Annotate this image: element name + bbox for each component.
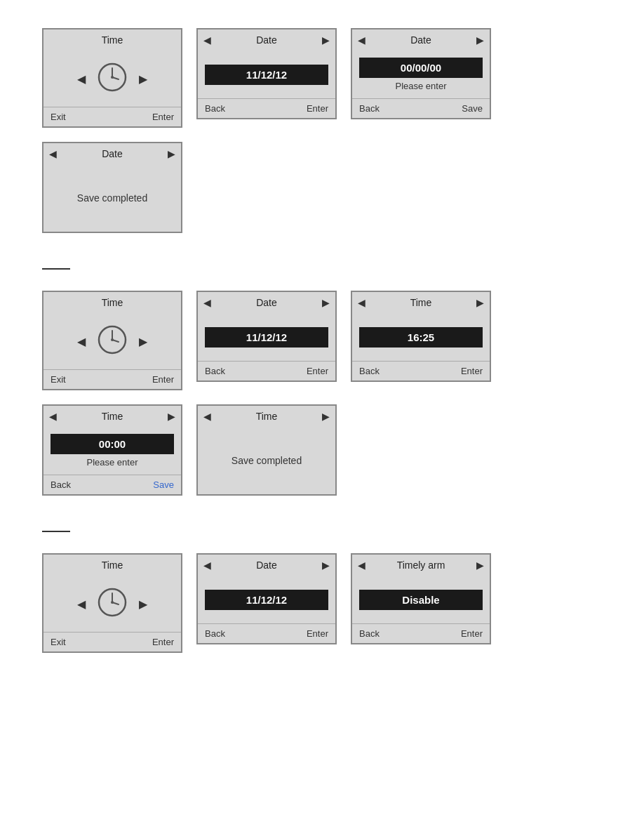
footer-left-btn[interactable]: Back [359,628,380,639]
clock-right-arrow[interactable]: ▶ [139,335,147,348]
header-title: Time [102,34,123,46]
footer-left-btn[interactable]: Exit [51,374,66,385]
screens-row-1-1: ◀ Time ▶ 00:00 Please enter Back Save ◀ … [42,404,602,496]
right-arrow[interactable]: ▶ [322,560,330,571]
left-arrow[interactable]: ◀ [203,560,211,571]
screen-header: ◀ Timely arm ▶ [352,555,490,576]
highlighted-value: 11/12/12 [205,590,328,610]
header-title: Time [256,411,278,422]
screen-s3r1c1: Time ◀ ▶ Exit Enter [42,553,182,653]
footer-left-btn[interactable]: Back [205,366,225,376]
screen-header: ◀ Date ▶ [43,143,181,164]
screen-footer: Back Enter [352,623,490,643]
screen-footer: Exit Enter [43,369,181,389]
footer-left-btn[interactable]: Exit [51,112,66,122]
left-arrow[interactable]: ◀ [358,560,365,571]
screen-body: 11/12/12 [198,576,335,623]
footer-right-btn[interactable]: Enter [152,374,174,385]
highlighted-value: 00:00 [51,434,174,454]
save-completed-text: Save completed [77,192,147,204]
footer-left-btn[interactable]: Back [359,366,380,376]
footer-left-btn[interactable]: Exit [51,637,66,647]
right-arrow[interactable]: ▶ [322,34,330,46]
right-arrow[interactable]: ▶ [168,148,175,159]
screen-footer: Back Save [352,98,490,118]
screen-footer: Back Enter [198,98,335,118]
screen-header: ◀ Date ▶ [198,555,335,576]
highlighted-value: 16:25 [359,327,483,348]
footer-left-btn[interactable]: Back [205,628,225,639]
screen-body: Disable [352,576,490,623]
clock-body: ◀ ▶ [43,313,181,369]
right-arrow[interactable]: ▶ [322,411,330,422]
left-arrow[interactable]: ◀ [358,297,365,308]
footer-right-btn[interactable]: Enter [152,112,174,122]
header-title: Date [256,34,277,46]
footer-right-btn[interactable]: Enter [307,103,328,114]
screen-body: 00/00/00 Please enter [352,51,490,98]
screen-s1r1c1: Time ◀ ▶ Exit Enter [42,28,182,128]
screen-footer: Exit Enter [43,632,181,651]
footer-right-btn[interactable]: Enter [461,628,483,639]
footer-left-btn[interactable]: Back [51,479,71,490]
clock-left-arrow[interactable]: ◀ [77,597,86,611]
clock-left-arrow[interactable]: ◀ [77,72,86,86]
screen-s2r1c1: Time ◀ ▶ Exit Enter [42,291,182,390]
footer-right-btn[interactable]: Enter [461,366,483,376]
screen-header: ◀ Date ▶ [198,29,335,51]
screen-s1r1c2: ◀ Date ▶ 11/12/12 Back Enter [196,28,337,119]
svg-line-7 [112,340,119,342]
header-title: Date [410,34,431,46]
section-divider [42,268,70,270]
footer-right-btn[interactable]: Enter [152,637,174,647]
screen-header: Time [43,555,181,576]
left-arrow[interactable]: ◀ [49,411,57,422]
header-title: Time [102,297,123,308]
right-arrow[interactable]: ▶ [476,560,484,571]
screen-header: ◀ Time ▶ [352,292,490,313]
left-arrow[interactable]: ◀ [358,34,365,46]
screens-row-2-0: Time ◀ ▶ Exit Enter ◀ Date ▶ [42,553,602,653]
header-title: Timely arm [397,560,445,571]
left-arrow[interactable]: ◀ [203,297,211,308]
right-arrow[interactable]: ▶ [476,297,484,308]
left-arrow[interactable]: ◀ [203,34,211,46]
header-title: Time [102,411,123,422]
screen-footer: Back Enter [352,361,490,380]
highlighted-value: Disable [359,590,483,610]
screen-body: 11/12/12 [198,51,335,98]
footer-right-btn[interactable]: Save [153,479,174,490]
right-arrow[interactable]: ▶ [168,411,175,422]
right-arrow[interactable]: ▶ [322,297,330,308]
screen-s3r1c3: ◀ Timely arm ▶ Disable Back Enter [351,553,491,644]
clock-icon [97,324,128,358]
clock-left-arrow[interactable]: ◀ [77,335,86,348]
footer-right-btn[interactable]: Enter [307,628,328,639]
right-arrow[interactable]: ▶ [476,34,484,46]
screen-header: ◀ Time ▶ [43,406,181,427]
footer-left-btn[interactable]: Back [205,103,225,114]
save-completed-body: Save completed [43,164,181,232]
highlighted-value: 11/12/12 [205,65,328,85]
clock-body: ◀ ▶ [43,51,181,107]
footer-left-btn[interactable]: Back [359,103,380,114]
save-completed-body: Save completed [198,427,335,494]
screen-s1r2c1: ◀ Date ▶ Save completed [42,142,182,233]
clock-icon [97,62,128,95]
screen-footer: Back Save [43,475,181,494]
footer-right-btn[interactable]: Save [462,103,483,114]
clock-right-arrow[interactable]: ▶ [139,72,147,86]
footer-right-btn[interactable]: Enter [307,366,328,376]
left-arrow[interactable]: ◀ [49,148,57,159]
header-title: Time [102,560,123,571]
section-divider [42,531,70,532]
screen-s1r1c3: ◀ Date ▶ 00/00/00 Please enter Back Save [351,28,491,119]
screen-s2r2c1: ◀ Time ▶ 00:00 Please enter Back Save [42,404,182,496]
clock-right-arrow[interactable]: ▶ [139,597,147,611]
sub-text: Please enter [87,457,138,468]
screen-header: ◀ Date ▶ [198,292,335,313]
header-title: Date [256,560,277,571]
screen-footer: Back Enter [198,623,335,643]
screen-header: ◀ Date ▶ [352,29,490,51]
left-arrow[interactable]: ◀ [203,411,211,422]
